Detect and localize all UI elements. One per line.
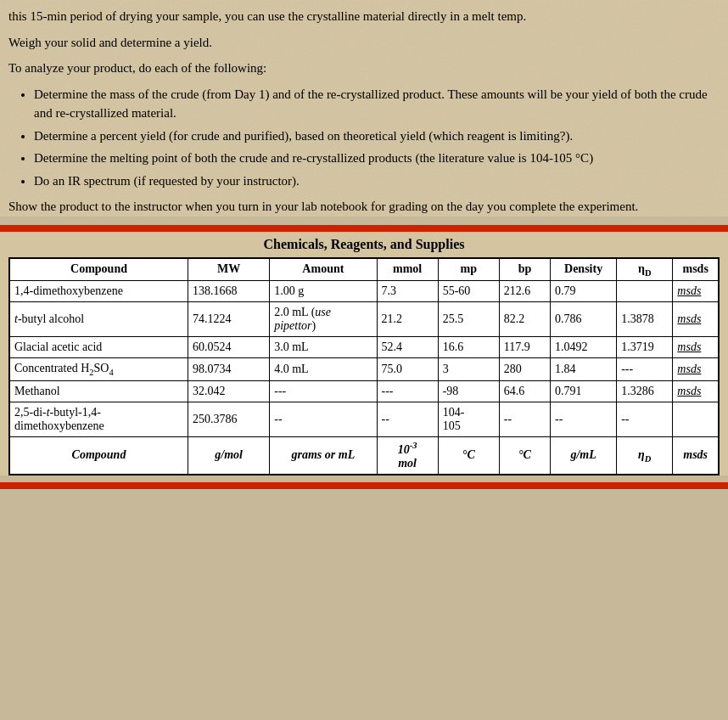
mw-value: 74.1224 xyxy=(188,302,270,337)
mp-value: 16.6 xyxy=(438,337,499,358)
bullet-item-2: Determine a percent yield (for crude and… xyxy=(34,127,720,146)
table-row: t-butyl alcohol 74.1224 2.0 mL (use pipe… xyxy=(9,302,719,337)
amount-value: 2.0 mL (use pipettor) xyxy=(270,302,377,337)
mmol-value: 75.0 xyxy=(377,358,438,381)
density-value: 0.79 xyxy=(551,281,617,302)
mp-value: 55-60 xyxy=(438,281,499,302)
bp-value: 64.6 xyxy=(499,381,550,402)
footer-amount: grams or mL xyxy=(270,437,377,475)
footer-bp: °C xyxy=(499,437,550,475)
intro-paragraph: this 15-min period of drying your sample… xyxy=(8,7,720,52)
table-row: Methanol 32.042 --- --- -98 64.6 0.791 1… xyxy=(9,381,719,402)
header-mp: mp xyxy=(438,258,499,281)
etad-value xyxy=(617,281,673,302)
bp-value: 82.2 xyxy=(499,302,550,337)
compound-name: t-butyl alcohol xyxy=(9,302,188,337)
density-value: 0.791 xyxy=(551,381,617,402)
msds-link[interactable]: msds xyxy=(673,302,719,337)
header-msds: msds xyxy=(673,258,719,281)
analyze-section: To analyze your product, do each of the … xyxy=(8,59,720,190)
amount-value: 4.0 mL xyxy=(270,358,377,381)
table-header-row: Compound MW Amount mmol mp bp Density ηD… xyxy=(9,258,719,281)
bullet-item-3: Determine the melting point of both the … xyxy=(34,149,720,168)
density-value: 1.0492 xyxy=(551,337,617,358)
etad-value: --- xyxy=(617,358,673,381)
header-bp: bp xyxy=(499,258,550,281)
amount-value: -- xyxy=(270,402,377,437)
header-compound: Compound xyxy=(9,258,188,281)
bullet-item-1: Determine the mass of the crude (from Da… xyxy=(34,85,720,123)
footer-compound: Compound xyxy=(9,437,188,475)
compound-name: 2,5-di-t-butyl-1,4-dimethoxybenzene xyxy=(9,402,188,437)
amount-value: 3.0 mL xyxy=(270,337,377,358)
mmol-value: --- xyxy=(377,381,438,402)
footer-density: g/mL xyxy=(551,437,617,475)
analyze-heading: To analyze your product, do each of the … xyxy=(8,59,720,78)
msds-link[interactable]: msds xyxy=(673,281,719,302)
table-row: Glacial acetic acid 60.0524 3.0 mL 52.4 … xyxy=(9,337,719,358)
density-value: -- xyxy=(551,402,617,437)
bp-value: 280 xyxy=(499,358,550,381)
table-row: Concentrated H2SO4 98.0734 4.0 mL 75.0 3… xyxy=(9,358,719,381)
header-etad: ηD xyxy=(617,258,673,281)
amount-value: --- xyxy=(270,381,377,402)
bp-value: 117.9 xyxy=(499,337,550,358)
mw-value: 138.1668 xyxy=(188,281,270,302)
mmol-value: 21.2 xyxy=(377,302,438,337)
compound-name: Concentrated H2SO4 xyxy=(9,358,188,381)
header-amount: Amount xyxy=(270,258,377,281)
msds-link[interactable]: msds xyxy=(673,381,719,402)
etad-value: -- xyxy=(617,402,673,437)
etad-value: 1.3286 xyxy=(617,381,673,402)
header-mmol: mmol xyxy=(377,258,438,281)
footer-mmol: 10-3mol xyxy=(377,437,438,475)
compound-name: 1,4-dimethoxybenzene xyxy=(9,281,188,302)
msds-link[interactable]: msds xyxy=(673,358,719,381)
bullet-list: Determine the mass of the crude (from Da… xyxy=(34,85,720,191)
footer-etad: ηD xyxy=(617,437,673,475)
table-row: 1,4-dimethoxybenzene 138.1668 1.00 g 7.3… xyxy=(9,281,719,302)
red-divider-bottom xyxy=(0,482,728,489)
mmol-value: -- xyxy=(377,402,438,437)
mmol-value: 7.3 xyxy=(377,281,438,302)
etad-value: 1.3719 xyxy=(617,337,673,358)
red-divider-top xyxy=(0,225,728,232)
intro-line1: this 15-min period of drying your sample… xyxy=(8,7,720,26)
bullet-item-4: Do an IR spectrum (if requested by your … xyxy=(34,172,720,191)
msds-value xyxy=(673,402,719,437)
density-value: 0.786 xyxy=(551,302,617,337)
chemicals-table: Compound MW Amount mmol mp bp Density ηD… xyxy=(8,257,720,475)
bp-value: 212.6 xyxy=(499,281,550,302)
mp-value: 3 xyxy=(438,358,499,381)
closing-paragraph: Show the product to the instructor when … xyxy=(8,197,720,217)
footer-msds: msds xyxy=(673,437,719,475)
mp-value: 25.5 xyxy=(438,302,499,337)
table-row: 2,5-di-t-butyl-1,4-dimethoxybenzene 250.… xyxy=(9,402,719,437)
mw-value: 98.0734 xyxy=(188,358,270,381)
mw-value: 60.0524 xyxy=(188,337,270,358)
table-title: Chemicals, Reagents, and Supplies xyxy=(8,237,720,252)
table-section: Chemicals, Reagents, and Supplies Compou… xyxy=(0,232,728,475)
density-value: 1.84 xyxy=(551,358,617,381)
closing-text: Show the product to the instructor when … xyxy=(8,197,720,217)
bottom-area xyxy=(0,489,728,523)
msds-link[interactable]: msds xyxy=(673,337,719,358)
mp-value: 104-105 xyxy=(438,402,499,437)
compound-name: Methanol xyxy=(9,381,188,402)
mmol-value: 52.4 xyxy=(377,337,438,358)
intro-line2: Weigh your solid and determine a yield. xyxy=(8,33,720,53)
mp-value: -98 xyxy=(438,381,499,402)
etad-value: 1.3878 xyxy=(617,302,673,337)
footer-mp: °C xyxy=(438,437,499,475)
amount-value: 1.00 g xyxy=(270,281,377,302)
header-density: Density xyxy=(551,258,617,281)
mw-value: 250.3786 xyxy=(188,402,270,437)
mw-value: 32.042 xyxy=(188,381,270,402)
footer-mw: g/mol xyxy=(188,437,270,475)
header-mw: MW xyxy=(188,258,270,281)
table-footer-row: Compound g/mol grams or mL 10-3mol °C °C… xyxy=(9,437,719,475)
bp-value: -- xyxy=(499,402,550,437)
compound-name: Glacial acetic acid xyxy=(9,337,188,358)
